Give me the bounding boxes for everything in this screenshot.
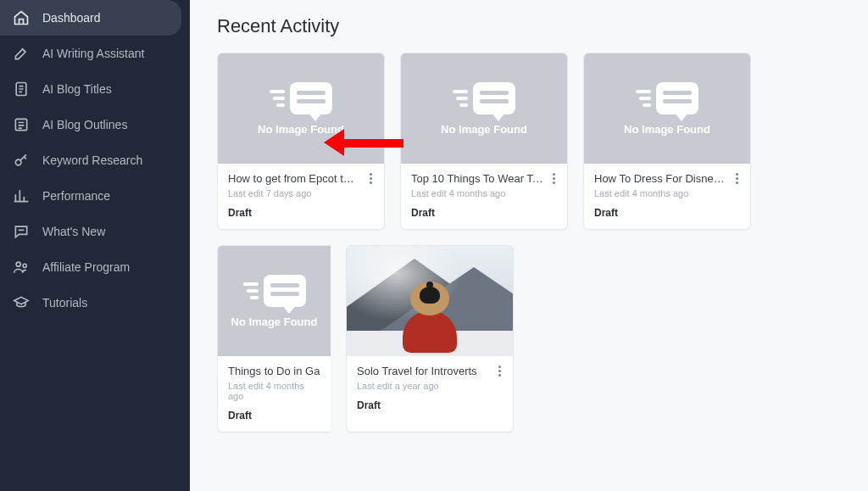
chart-icon bbox=[12, 187, 31, 205]
speech-lines-icon bbox=[453, 82, 515, 114]
sidebar-item-label: Performance bbox=[42, 189, 110, 203]
card-menu-button[interactable] bbox=[492, 364, 506, 377]
home-icon bbox=[12, 8, 31, 27]
edit-icon bbox=[12, 44, 31, 63]
card-title: Solo Travel for Introverts bbox=[357, 365, 503, 377]
card-title: How to get from Epcot to H… bbox=[228, 172, 374, 185]
card-image-placeholder: No Image Found bbox=[218, 53, 384, 164]
outline-icon bbox=[12, 115, 31, 134]
no-image-label: No Image Found bbox=[624, 123, 710, 136]
card-status: Draft bbox=[411, 207, 557, 219]
svg-point-2 bbox=[15, 159, 21, 165]
card-menu-button[interactable] bbox=[730, 171, 743, 185]
people-icon bbox=[12, 258, 31, 276]
svg-point-4 bbox=[23, 264, 26, 267]
speech-lines-icon bbox=[636, 82, 698, 114]
card-image bbox=[347, 246, 513, 356]
card-meta: Last edit 4 months ago bbox=[228, 381, 320, 401]
activity-card[interactable]: No Image Found Things to Do in Gainesvi … bbox=[217, 245, 331, 432]
recent-activity-cards: No Image Found How to get from Epcot to … bbox=[190, 53, 868, 432]
sidebar-item-label: Dashboard bbox=[42, 11, 101, 25]
sidebar-item-label: Tutorials bbox=[42, 296, 87, 310]
card-title: How To Dress For Disneyla… bbox=[594, 172, 740, 185]
sidebar-item-label: AI Writing Assistant bbox=[42, 47, 144, 60]
no-image-label: No Image Found bbox=[258, 123, 344, 136]
card-meta: Last edit 7 days ago bbox=[228, 188, 374, 198]
card-status: Draft bbox=[228, 207, 374, 219]
sidebar-item-label: Affiliate Program bbox=[42, 260, 130, 274]
card-title: Things to Do in Gainesvi bbox=[228, 365, 320, 377]
card-status: Draft bbox=[357, 399, 503, 411]
card-menu-button[interactable] bbox=[547, 171, 560, 185]
card-menu-button[interactable] bbox=[364, 171, 377, 185]
no-image-label: No Image Found bbox=[231, 315, 318, 328]
document-icon bbox=[12, 80, 31, 98]
card-status: Draft bbox=[228, 410, 320, 421]
page-title: Recent Activity bbox=[217, 15, 868, 37]
card-image-placeholder: No Image Found bbox=[401, 53, 567, 164]
sidebar-item-performance[interactable]: Performance bbox=[0, 178, 190, 214]
speech-lines-icon bbox=[270, 82, 332, 114]
card-meta: Last edit 4 months ago bbox=[411, 188, 557, 198]
sidebar-item-ai-writing-assistant[interactable]: AI Writing Assistant bbox=[0, 36, 190, 71]
sidebar-item-affiliate-program[interactable]: Affiliate Program bbox=[0, 249, 190, 285]
key-icon bbox=[12, 151, 31, 170]
activity-card[interactable]: No Image Found How to get from Epcot to … bbox=[217, 53, 385, 230]
main-content: Recent Activity No Image Found How to ge… bbox=[190, 0, 868, 491]
sidebar-item-ai-blog-outlines[interactable]: AI Blog Outlines bbox=[0, 107, 190, 142]
sidebar-item-keyword-research[interactable]: Keyword Research bbox=[0, 142, 190, 178]
sidebar-item-tutorials[interactable]: Tutorials bbox=[0, 285, 190, 321]
mountain-photo-icon bbox=[347, 246, 513, 356]
sidebar-item-label: AI Blog Outlines bbox=[42, 118, 127, 131]
sidebar-item-label: Keyword Research bbox=[42, 153, 142, 167]
svg-point-3 bbox=[16, 262, 20, 266]
sidebar: Dashboard AI Writing Assistant AI Blog T… bbox=[0, 0, 190, 491]
activity-card[interactable]: No Image Found How To Dress For Disneyla… bbox=[583, 53, 751, 230]
card-image-placeholder: No Image Found bbox=[584, 53, 750, 164]
sidebar-item-label: What's New bbox=[42, 225, 105, 238]
card-title: Top 10 Things To Wear To … bbox=[411, 172, 557, 185]
graduation-cap-icon bbox=[12, 293, 31, 312]
activity-card[interactable]: Solo Travel for Introverts Last edit a y… bbox=[346, 245, 514, 432]
card-meta: Last edit 4 months ago bbox=[594, 188, 740, 198]
no-image-label: No Image Found bbox=[441, 123, 527, 136]
sidebar-item-ai-blog-titles[interactable]: AI Blog Titles bbox=[0, 71, 190, 107]
sidebar-item-dashboard[interactable]: Dashboard bbox=[0, 0, 181, 36]
activity-card[interactable]: No Image Found Top 10 Things To Wear To … bbox=[400, 53, 568, 230]
speech-lines-icon bbox=[243, 275, 306, 307]
card-status: Draft bbox=[594, 207, 740, 219]
sidebar-item-label: AI Blog Titles bbox=[42, 82, 112, 96]
card-meta: Last edit a year ago bbox=[357, 381, 503, 391]
card-image-placeholder: No Image Found bbox=[218, 246, 331, 356]
chat-icon bbox=[12, 222, 31, 241]
sidebar-item-whats-new[interactable]: What's New bbox=[0, 214, 190, 249]
